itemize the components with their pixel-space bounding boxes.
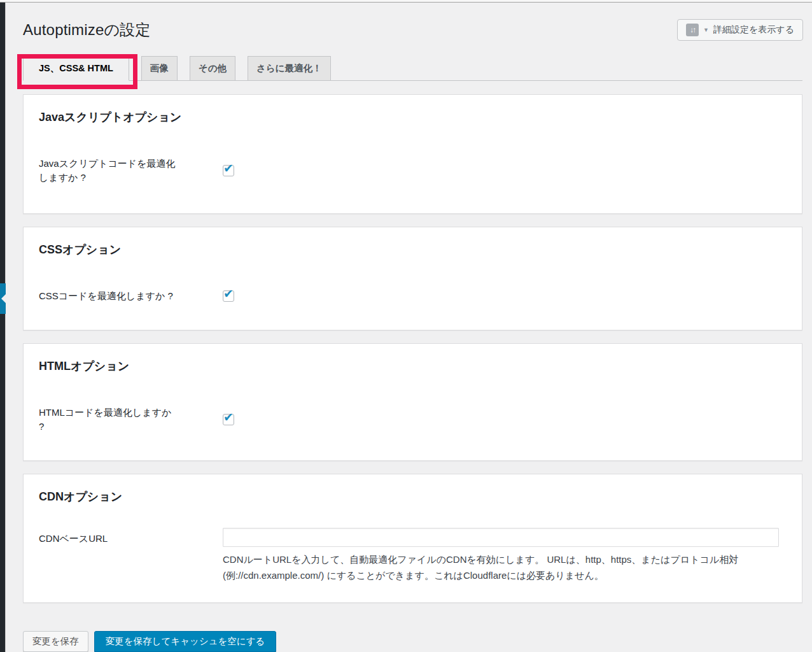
chevron-down-icon: ▼ (703, 27, 709, 33)
optimize-html-checkbox[interactable]: ✔ (223, 414, 234, 425)
checkmark-icon: ✔ (223, 162, 234, 176)
section-cdn-options: CDNオプション CDNベースURL CDNルートURLを入力して、自動最適化フ… (23, 474, 802, 603)
checkmark-icon: ✔ (223, 411, 234, 425)
section-heading: CSSオプション (39, 242, 787, 257)
section-heading: HTMLオプション (39, 358, 787, 374)
wp-admin-sidebar-edge (0, 0, 6, 652)
option-label: HTMLコードを最適化しますか ? (39, 406, 223, 434)
sliders-icon: ↓↑ (686, 24, 699, 36)
optimize-css-checkbox[interactable]: ✔ (223, 290, 234, 302)
footer-actions: 変更を保存 変更を保存してキャッシュを空にする (23, 631, 802, 652)
option-row: HTMLコードを最適化しますか ? ✔ (39, 406, 787, 434)
option-label: Javaスクリプトコードを最適化しますか ? (39, 157, 223, 185)
advanced-settings-label: 詳細設定を表示する (713, 24, 794, 36)
top-edge-strip (0, 0, 812, 3)
nav-tabs: JS、CSS& HTML 画像 その他 さらに最適化！ (23, 56, 802, 81)
active-menu-item-arrow (0, 283, 6, 314)
tab-extra[interactable]: その他 (190, 56, 235, 80)
save-and-empty-cache-button[interactable]: 変更を保存してキャッシュを空にする (94, 631, 277, 652)
option-row: Javaスクリプトコードを最適化しますか ? ✔ (39, 157, 787, 185)
cdn-help-text: CDNルートURLを入力して、自動最適化ファイルのCDNを有効にします。 URL… (223, 551, 776, 583)
section-heading: Javaスクリプトオプション (39, 110, 787, 125)
cdn-base-url-label: CDNベースURL (39, 528, 223, 546)
show-advanced-settings-button[interactable]: ↓↑ ▼ 詳細設定を表示する (677, 19, 803, 41)
tab-optimize-more[interactable]: さらに最適化！ (248, 56, 331, 80)
tab-js-css-html[interactable]: JS、CSS& HTML (23, 56, 129, 81)
section-javascript-options: Javaスクリプトオプション Javaスクリプトコードを最適化しますか ? ✔ (23, 94, 802, 214)
section-html-options: HTMLオプション HTMLコードを最適化しますか ? ✔ (23, 343, 802, 461)
cdn-row: CDNベースURL CDNルートURLを入力して、自動最適化ファイルのCDNを有… (39, 528, 787, 583)
settings-page: Autoptimizeの設定 ↓↑ ▼ 詳細設定を表示する JS、CSS& HT… (6, 3, 812, 652)
cdn-field: CDNルートURLを入力して、自動最適化ファイルのCDNを有効にします。 URL… (223, 528, 779, 583)
checkmark-icon: ✔ (223, 287, 234, 301)
tab-label: 画像 (150, 63, 169, 73)
tab-label: その他 (199, 63, 227, 73)
tab-label: さらに最適化！ (256, 63, 322, 73)
save-changes-button[interactable]: 変更を保存 (23, 631, 88, 652)
cdn-base-url-input[interactable] (223, 528, 779, 547)
option-label: CSSコードを最適化しますか ? (39, 289, 223, 303)
section-heading: CDNオプション (39, 489, 787, 504)
optimize-js-checkbox[interactable]: ✔ (223, 165, 234, 176)
section-css-options: CSSオプション CSSコードを最適化しますか ? ✔ (23, 227, 802, 330)
tab-label: JS、CSS& HTML (39, 63, 113, 73)
tab-images[interactable]: 画像 (141, 56, 178, 80)
option-row: CSSコードを最適化しますか ? ✔ (39, 289, 787, 303)
